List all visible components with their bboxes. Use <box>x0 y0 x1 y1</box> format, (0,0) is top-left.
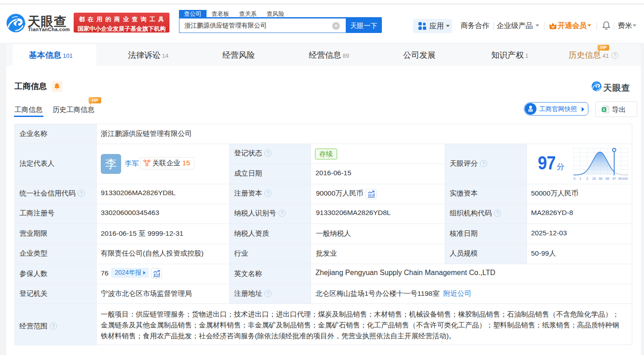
svg-text:15: 15 <box>592 177 596 180</box>
svg-text:0: 0 <box>573 177 575 180</box>
svg-text:100: 100 <box>622 177 628 180</box>
svg-text:99: 99 <box>618 177 622 180</box>
svg-text:97: 97 <box>612 177 616 180</box>
svg-text:3: 3 <box>586 177 588 180</box>
svg-text:1: 1 <box>579 177 581 180</box>
svg-text:50: 50 <box>599 177 602 180</box>
svg-text:85: 85 <box>606 177 609 180</box>
